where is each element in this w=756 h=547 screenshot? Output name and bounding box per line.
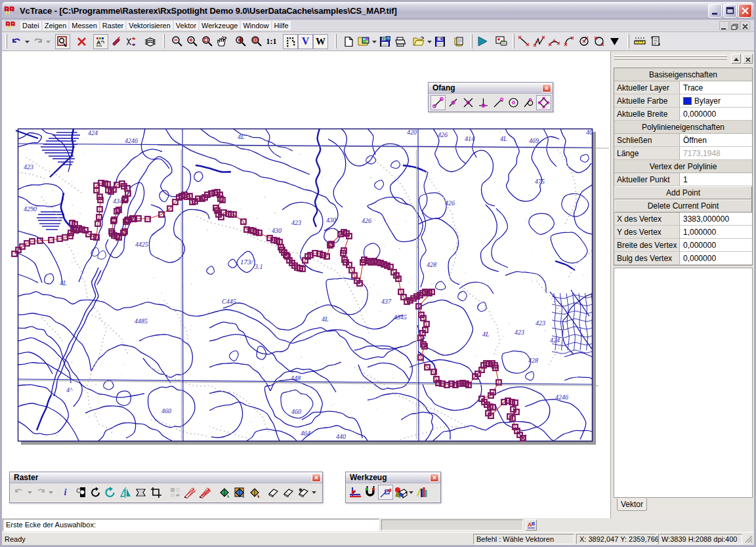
- svg-text:464: 464: [301, 430, 310, 437]
- svg-text:426: 426: [445, 199, 455, 207]
- svg-text:430: 430: [272, 227, 282, 234]
- svg-text:475: 475: [535, 178, 545, 185]
- svg-text:424: 424: [550, 336, 560, 344]
- svg-text:423: 423: [24, 163, 33, 171]
- svg-text:4246: 4246: [555, 394, 568, 401]
- svg-text:C445: C445: [222, 298, 236, 305]
- svg-text:437: 437: [381, 298, 392, 305]
- svg-text:440: 440: [336, 433, 346, 440]
- svg-text:3.1: 3.1: [254, 263, 263, 270]
- svg-text:428: 428: [427, 261, 436, 268]
- svg-text:4^: 4^: [66, 386, 73, 394]
- svg-text:B: B: [532, 521, 535, 526]
- svg-text:428: 428: [528, 357, 538, 364]
- svg-text:424: 424: [88, 129, 98, 136]
- svg-text:4L: 4L: [322, 315, 329, 323]
- svg-text:A: A: [96, 39, 101, 46]
- svg-text:469: 469: [529, 137, 539, 144]
- svg-text:4425: 4425: [135, 241, 148, 248]
- svg-text:430: 430: [326, 216, 336, 224]
- svg-text:423: 423: [514, 329, 524, 336]
- svg-text:4L: 4L: [500, 135, 507, 142]
- svg-text:40: 40: [586, 129, 593, 136]
- svg-text:460: 460: [161, 407, 171, 415]
- svg-text:4345: 4345: [394, 314, 407, 321]
- svg-text:423: 423: [536, 319, 545, 327]
- svg-text:423: 423: [291, 219, 301, 226]
- svg-text:4L: 4L: [238, 133, 245, 140]
- svg-text:460: 460: [291, 408, 301, 415]
- svg-text:426: 426: [438, 131, 448, 138]
- svg-text:4L: 4L: [482, 331, 490, 338]
- svg-text:4L: 4L: [60, 279, 67, 287]
- svg-text:414: 414: [465, 135, 474, 142]
- svg-text:420: 420: [407, 129, 417, 136]
- svg-text:4246: 4246: [125, 137, 138, 144]
- svg-text:426: 426: [362, 217, 371, 224]
- svg-text:4290: 4290: [24, 205, 37, 213]
- svg-text:4485: 4485: [135, 317, 148, 325]
- svg-text:173/: 173/: [240, 258, 254, 266]
- svg-text:434: 434: [113, 197, 123, 205]
- svg-text:448: 448: [291, 375, 301, 382]
